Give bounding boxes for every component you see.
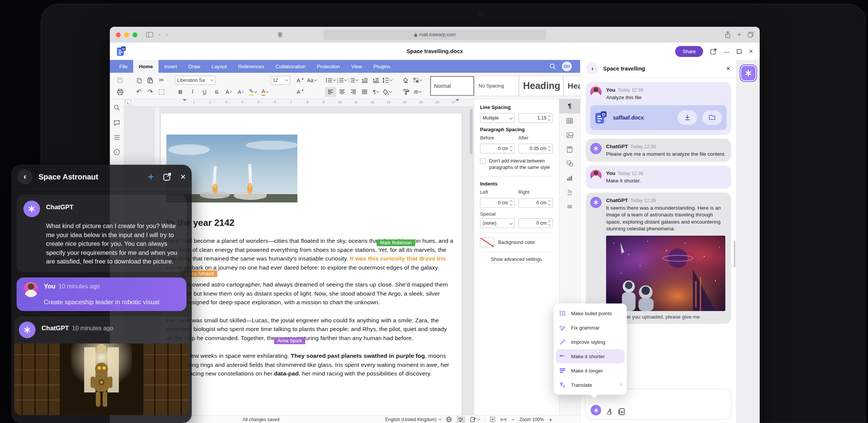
- save-button[interactable]: [114, 75, 126, 85]
- show-advanced-settings-link[interactable]: Show advanced settings: [491, 257, 542, 263]
- document-page[interactable]: In the year 2142 Earth had become a plan…: [161, 113, 462, 415]
- zoom-in-button[interactable]: +: [549, 416, 552, 423]
- style-normal[interactable]: Normal: [430, 76, 474, 96]
- special-value-input[interactable]: 0 cm: [519, 218, 553, 228]
- no-interval-checkbox[interactable]: [480, 158, 486, 164]
- header-footer-settings-icon[interactable]: [559, 142, 580, 156]
- spellcheck-icon[interactable]: ABC: [457, 416, 465, 423]
- about-icon[interactable]: i: [114, 149, 120, 155]
- language-select[interactable]: English (United Kingdom): [385, 417, 441, 422]
- italic-button[interactable]: I: [187, 87, 198, 97]
- line-spacing-button[interactable]: [382, 75, 393, 85]
- font-color-button[interactable]: A: [259, 87, 271, 97]
- copy-to-document-icon[interactable]: [618, 408, 625, 415]
- close-window-icon[interactable]: ×: [749, 48, 753, 55]
- download-file-button[interactable]: [677, 110, 697, 125]
- tab-insert[interactable]: Insert: [159, 60, 183, 73]
- tab-collaboration[interactable]: Collaboration: [270, 60, 311, 73]
- nonprinting-chars-button[interactable]: ¶: [370, 87, 382, 97]
- share-button[interactable]: Share: [675, 46, 703, 57]
- font-name-select[interactable]: Liberation Sa: [175, 76, 215, 85]
- find-icon[interactable]: [114, 104, 120, 111]
- maximize-traffic-light[interactable]: [132, 32, 137, 37]
- track-changes-icon[interactable]: [470, 417, 480, 422]
- new-chat-icon[interactable]: +: [148, 172, 154, 182]
- redo-button[interactable]: ↷: [145, 87, 156, 97]
- font-size-select[interactable]: 12: [271, 76, 290, 85]
- minimize-window-icon[interactable]: —: [724, 49, 729, 54]
- chat-close-icon[interactable]: ×: [726, 64, 730, 73]
- align-right-button[interactable]: [348, 87, 359, 97]
- change-case-button[interactable]: Aa: [306, 75, 317, 85]
- menu-item-make-it-longer[interactable]: Make it longer: [554, 363, 627, 378]
- tab-plugins[interactable]: Plugins: [368, 60, 396, 73]
- cut-button[interactable]: ✂: [156, 75, 167, 85]
- table-settings-icon[interactable]: [559, 113, 580, 128]
- tab-layout[interactable]: Layout: [206, 60, 233, 73]
- shield-icon[interactable]: [277, 32, 283, 38]
- panel-close-icon[interactable]: ×: [180, 172, 186, 182]
- menu-item-make-bullet-points[interactable]: Make bullet points: [554, 306, 627, 320]
- background-color-swatch[interactable]: [480, 238, 494, 247]
- document-scrollbar[interactable]: [470, 109, 472, 154]
- zoom-level-text[interactable]: Zoom 100%: [520, 417, 544, 422]
- minimize-traffic-light[interactable]: [124, 32, 129, 37]
- multilevel-list-button[interactable]: 1i: [348, 75, 359, 85]
- maximize-window-icon[interactable]: [737, 49, 742, 54]
- forward-icon[interactable]: ›: [166, 31, 168, 38]
- menu-item-fix-grammar[interactable]: abc Fix grammar: [554, 320, 627, 335]
- copy-button[interactable]: [133, 75, 145, 85]
- bold-button[interactable]: B: [175, 87, 186, 97]
- chat-back-button[interactable]: ‹: [586, 63, 599, 75]
- user-avatar-badge[interactable]: DH: [562, 61, 572, 71]
- superscript-button[interactable]: A2: [223, 87, 234, 97]
- chatgpt-app-icon[interactable]: [740, 64, 757, 82]
- menu-item-improve-styling[interactable]: Improve styling: [554, 335, 627, 349]
- shading-color-button[interactable]: [382, 87, 393, 97]
- search-icon[interactable]: [549, 63, 556, 70]
- astronauts-space-image[interactable]: [606, 236, 725, 311]
- subscript-button[interactable]: A2: [235, 87, 246, 97]
- indent-right-input[interactable]: 0 cm: [519, 198, 553, 208]
- tab-references[interactable]: References: [232, 60, 270, 73]
- mail-merge-settings-icon[interactable]: ✉: [559, 199, 580, 214]
- tab-home[interactable]: Home: [133, 60, 159, 73]
- clear-style-button[interactable]: [400, 75, 412, 85]
- sidebar-toggle-icon[interactable]: [146, 32, 153, 38]
- line-spacing-value[interactable]: 1.15: [519, 113, 553, 123]
- menu-item-make-it-shorter[interactable]: Make it shorter: [556, 349, 625, 363]
- text-format-icon[interactable]: A: [607, 407, 612, 415]
- increase-font-button[interactable]: A▲: [295, 75, 306, 85]
- spacing-after-input[interactable]: 0.35 cm: [519, 144, 553, 153]
- chat-scrollbar[interactable]: [734, 241, 736, 267]
- strikethrough-button[interactable]: S: [211, 87, 222, 97]
- align-left-button[interactable]: [325, 87, 336, 97]
- indent-marker-right[interactable]: [456, 99, 459, 103]
- style-no-spacing[interactable]: No Spacing: [474, 76, 519, 96]
- panel-back-button[interactable]: ‹: [17, 169, 32, 184]
- fit-width-icon[interactable]: [500, 417, 506, 422]
- zoom-out-button[interactable]: −: [511, 416, 515, 423]
- highlight-color-button[interactable]: ✎: [247, 87, 259, 97]
- paste-button[interactable]: [145, 75, 156, 85]
- pop-out-icon[interactable]: [163, 173, 171, 181]
- tab-draw[interactable]: Draw: [183, 60, 206, 73]
- tab-protection[interactable]: Protection: [311, 60, 346, 73]
- file-attachment[interactable]: D saffaaf.docx: [590, 105, 726, 130]
- table-shading-button[interactable]: [412, 75, 423, 85]
- style-heading1[interactable]: Heading 1: [519, 76, 563, 96]
- chart-settings-icon[interactable]: [559, 171, 580, 185]
- indent-marker-left[interactable]: [183, 99, 186, 103]
- open-in-new-icon[interactable]: [710, 48, 717, 55]
- indent-left-input[interactable]: 0 cm: [480, 198, 515, 208]
- image-settings-icon[interactable]: [559, 128, 580, 142]
- align-center-button[interactable]: [336, 87, 348, 97]
- decrease-indent-button[interactable]: [359, 75, 370, 85]
- text-art-settings-icon[interactable]: Ta: [559, 185, 580, 199]
- horizontal-ruler[interactable]: L 1234567891011121314151617: [124, 99, 474, 107]
- paragraph-settings-icon[interactable]: ¶: [559, 99, 580, 113]
- new-tab-icon[interactable]: +: [737, 31, 741, 39]
- print-button[interactable]: [114, 87, 126, 97]
- comments-icon[interactable]: [114, 120, 120, 126]
- tab-file[interactable]: File: [114, 60, 133, 73]
